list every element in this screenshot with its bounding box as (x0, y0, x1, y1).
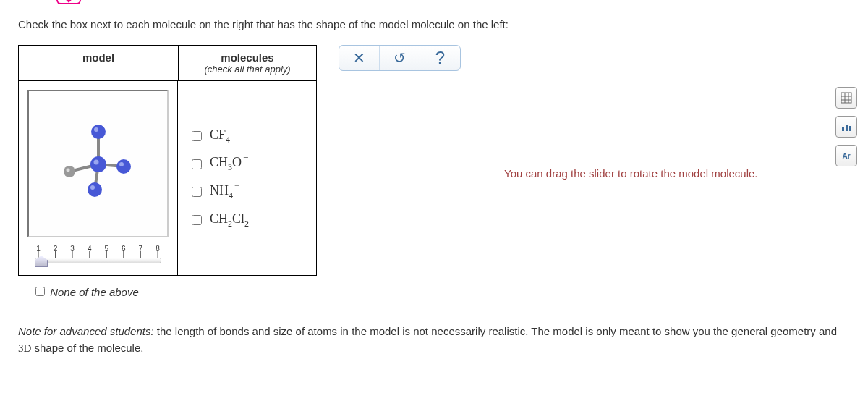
option-2[interactable]: NH4+ (189, 183, 305, 201)
svg-point-5 (94, 127, 98, 132)
svg-point-11 (90, 185, 95, 190)
option-1[interactable]: CH3O− (189, 155, 305, 173)
header-molecules: molecules (check all that apply) (179, 46, 316, 81)
help-button[interactable]: ? (420, 46, 460, 70)
option-checkbox-3[interactable] (192, 215, 202, 225)
svg-rect-21 (849, 126, 851, 131)
svg-rect-14 (841, 93, 851, 103)
tick-4: 4| (86, 245, 93, 256)
option-formula-2: NH4+ (210, 183, 239, 201)
option-formula-3: CH2Cl2 (210, 211, 249, 229)
side-toolbar: Ar (835, 87, 857, 166)
control-bar: ✕ ↺ ? (339, 45, 461, 71)
svg-rect-20 (846, 125, 848, 131)
none-checkbox[interactable] (35, 287, 45, 296)
svg-rect-19 (842, 127, 844, 131)
tick-3: 3| (69, 245, 76, 256)
dropdown-indicator (56, 0, 81, 4)
instruction-text: Check the box next to each molecule on t… (18, 18, 850, 30)
slider-hint: You can drag the slider to rotate the mo… (504, 167, 758, 180)
svg-point-6 (64, 166, 75, 177)
svg-point-10 (88, 182, 102, 197)
advanced-note: Note for advanced students: the length o… (18, 324, 850, 356)
svg-point-13 (93, 160, 98, 165)
close-button[interactable]: ✕ (339, 46, 380, 70)
svg-point-9 (119, 162, 124, 166)
svg-point-4 (91, 125, 106, 139)
rotation-slider[interactable]: 1|2|3|4|5|6|7|8| (27, 245, 169, 266)
model-3d-view[interactable] (27, 90, 169, 237)
tick-7: 7| (137, 245, 144, 256)
tick-8: 8| (154, 245, 161, 256)
option-0[interactable]: CF4 (189, 127, 305, 146)
svg-point-7 (66, 169, 69, 172)
grid-icon[interactable] (835, 87, 857, 109)
tick-5: 5| (103, 245, 110, 256)
header-model: model (19, 46, 179, 81)
option-checkbox-2[interactable] (192, 187, 202, 197)
svg-point-8 (116, 159, 131, 174)
tick-6: 6| (120, 245, 127, 256)
option-checkbox-0[interactable] (192, 131, 202, 141)
option-3[interactable]: CH2Cl2 (189, 211, 305, 229)
option-formula-1: CH3O− (210, 155, 248, 173)
option-checkbox-1[interactable] (192, 159, 202, 169)
option-formula-0: CF4 (210, 127, 230, 146)
model-table: model molecules (check all that apply) (18, 45, 317, 276)
tick-1: 1| (35, 245, 42, 256)
periodic-icon[interactable]: Ar (835, 145, 857, 166)
none-option[interactable]: None of the above (33, 286, 139, 298)
tick-2: 2| (52, 245, 59, 256)
svg-point-12 (90, 156, 106, 172)
bars-icon[interactable] (835, 116, 857, 138)
undo-button[interactable]: ↺ (380, 46, 420, 70)
